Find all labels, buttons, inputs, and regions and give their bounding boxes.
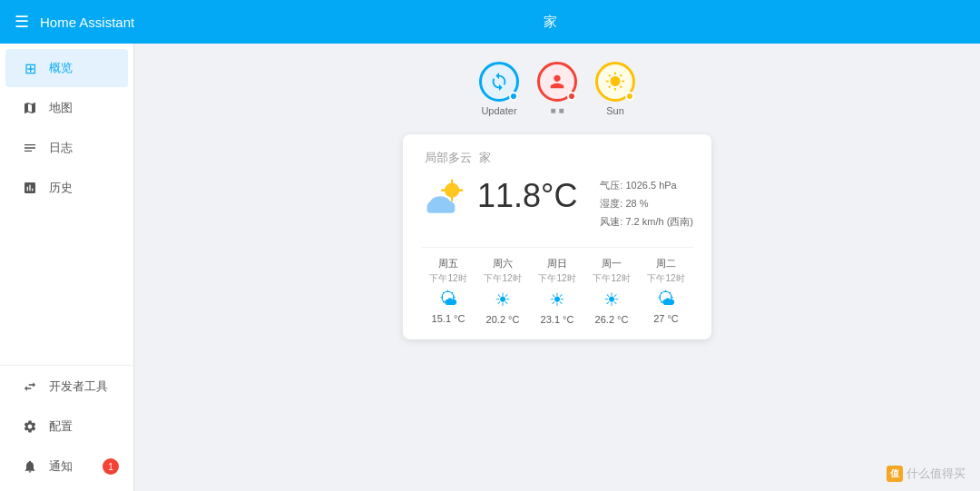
sidebar-label-settings: 配置: [49, 418, 73, 435]
sidebar-label-overview: 概览: [49, 60, 73, 76]
sidebar-item-notifications[interactable]: 通知 1: [5, 447, 128, 486]
avatar-row: Updater ■ ■ Sun: [152, 62, 962, 116]
avatar-label-user: ■ ■: [551, 105, 564, 115]
sidebar-item-map[interactable]: 地图: [5, 89, 128, 127]
sidebar-item-settings[interactable]: 配置: [5, 408, 128, 446]
avatar-sun[interactable]: Sun: [595, 62, 635, 116]
watermark-logo: 值: [887, 466, 903, 482]
avatar-updater[interactable]: Updater: [479, 62, 519, 116]
weather-card: 局部多云 家: [403, 134, 711, 339]
weather-humidity: 湿度: 28 %: [600, 195, 693, 213]
avatar-circle-sun: [595, 62, 635, 102]
forecast-item-1: 周六 下午12时 ☀ 20.2 °C: [475, 257, 530, 325]
avatar-label-sun: Sun: [606, 105, 624, 116]
topbar: ☰ Home Assistant 家: [0, 0, 980, 44]
avatar-label-updater: Updater: [481, 105, 516, 116]
map-icon: [20, 98, 40, 118]
menu-icon[interactable]: ☰: [15, 12, 29, 32]
sidebar-label-log: 日志: [49, 140, 73, 156]
user-status-dot: [567, 92, 576, 101]
sun-status-dot: [625, 92, 634, 101]
watermark-text: 什么值得买: [906, 466, 965, 482]
avatar-user[interactable]: ■ ■: [537, 62, 577, 116]
weather-condition: 局部多云: [425, 151, 472, 164]
avatar-circle-user: [537, 62, 577, 102]
weather-temp-value: 11.8°C: [477, 177, 577, 214]
weather-current: 11.8°C 气压: 1026.5 hPa 湿度: 28 % 风速: 7.2 k…: [421, 177, 693, 234]
notifications-icon: [20, 457, 40, 476]
app-title: Home Assistant: [40, 15, 134, 30]
sidebar-label-map: 地图: [49, 100, 73, 116]
forecast-item-0: 周五 下午12时 🌤 15.1 °C: [421, 257, 475, 325]
devtools-icon: [20, 377, 40, 397]
sidebar-label-history: 历史: [49, 180, 73, 196]
log-icon: [20, 138, 40, 158]
weather-pressure: 气压: 1026.5 hPa: [600, 177, 693, 195]
weather-title: 局部多云 家: [421, 149, 693, 166]
main-content: Updater ■ ■ Sun 局部多云 家: [134, 44, 980, 491]
sidebar-item-log[interactable]: 日志: [5, 129, 128, 167]
svg-rect-8: [427, 206, 456, 213]
weather-temp: 11.8°C: [477, 177, 577, 215]
sidebar-item-devtools[interactable]: 开发者工具: [5, 368, 128, 406]
forecast-item-4: 周二 下午12时 🌤 27 °C: [639, 257, 693, 325]
sidebar-item-history[interactable]: 历史: [5, 169, 128, 207]
avatar-circle-updater: [479, 62, 519, 102]
weather-location-label: 家: [479, 151, 491, 164]
sidebar: ⊞ 概览 地图 日志 历史: [0, 44, 134, 491]
watermark: 值 什么值得买: [887, 466, 965, 482]
updater-status-dot: [509, 92, 518, 101]
sidebar-main: ⊞ 概览 地图 日志 历史: [0, 44, 133, 365]
sidebar-item-overview[interactable]: ⊞ 概览: [5, 49, 128, 87]
sidebar-bottom: 开发者工具 配置 通知 1: [0, 365, 133, 491]
settings-icon: [20, 417, 40, 437]
notification-badge: 1: [103, 458, 119, 475]
weather-icon-big: [421, 177, 468, 234]
layout: ⊞ 概览 地图 日志 历史: [0, 44, 980, 491]
overview-icon: ⊞: [20, 58, 40, 78]
svg-point-0: [445, 183, 459, 198]
topbar-center-label: 家: [134, 14, 965, 31]
weather-wind: 风速: 7.2 km/h (西南): [600, 213, 693, 231]
sidebar-label-devtools: 开发者工具: [49, 378, 108, 395]
weather-forecast: 周五 下午12时 🌤 15.1 °C 周六 下午12时 ☀ 20.2 °C 周日…: [421, 247, 693, 325]
forecast-item-3: 周一 下午12时 ☀ 26.2 °C: [584, 257, 639, 325]
forecast-item-2: 周日 下午12时 ☀ 23.1 °C: [530, 257, 584, 325]
history-icon: [20, 178, 40, 198]
sidebar-label-notifications: 通知: [49, 458, 73, 475]
weather-details: 气压: 1026.5 hPa 湿度: 28 % 风速: 7.2 km/h (西南…: [600, 177, 693, 231]
